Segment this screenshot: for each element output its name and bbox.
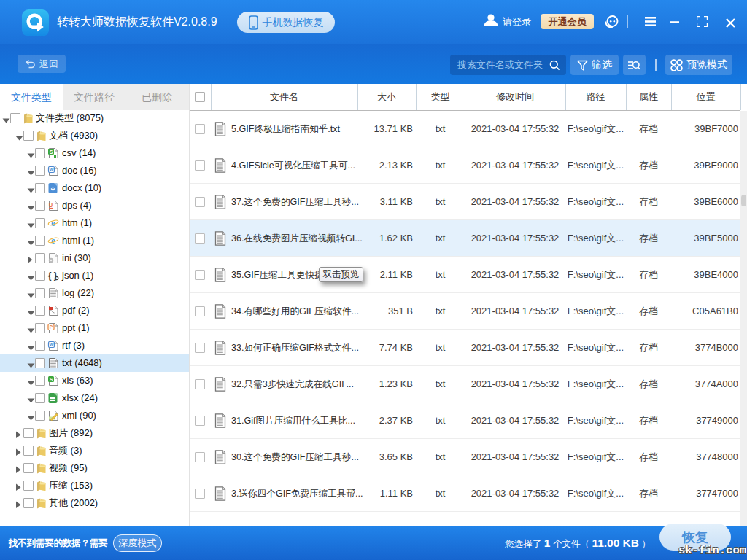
svg-text:S: S [50, 149, 53, 155]
svg-text:P: P [50, 324, 53, 330]
svg-text:U: U [49, 202, 53, 209]
svg-text:W: W [49, 167, 54, 172]
svg-text:e: e [51, 218, 55, 228]
svg-text:W: W [49, 342, 54, 347]
svg-text:S: S [50, 377, 53, 382]
svg-text:sk-fin.com: sk-fin.com [678, 544, 746, 557]
svg-text:e: e [51, 236, 55, 246]
